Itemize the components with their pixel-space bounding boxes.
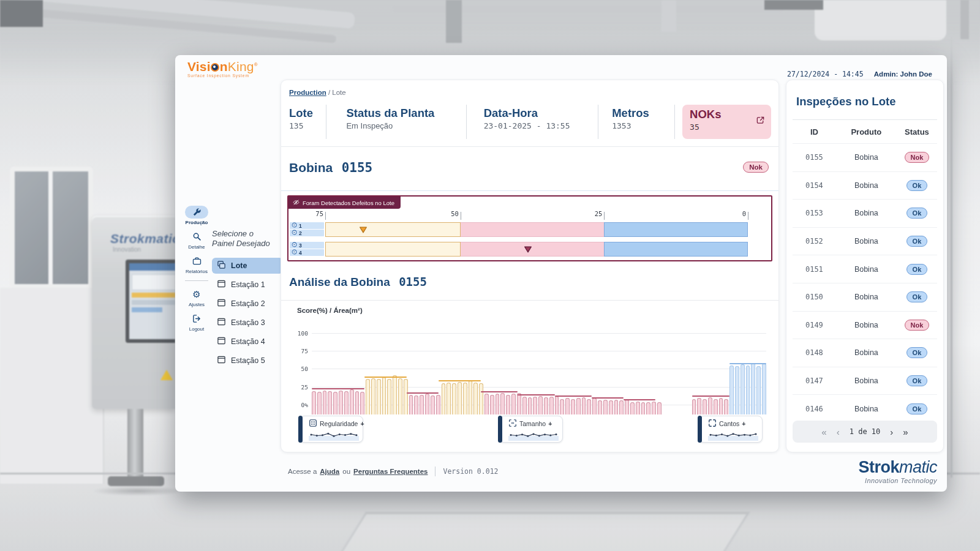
cell-produto: Bobina [836,153,897,162]
metric-button-tamanho[interactable]: Tamanho+ [499,416,563,443]
defect-segment-blue [604,242,748,257]
panel-menu-item-esta-o-2[interactable]: Estação 2 [212,296,283,312]
faq-link[interactable]: Perguntas Frequentes [353,468,428,475]
panel-menu-item-esta-o-3[interactable]: Estação 3 [212,315,283,331]
defect-band [325,222,748,237]
table-row[interactable]: 0149BobinaNok [793,311,937,339]
defects-alert-chip: Foram Detectados Defeitos no Lote [288,197,401,209]
table-row[interactable]: 0146BobinaOk [793,394,937,422]
defect-segment-yellow [325,222,461,237]
chart-bar [692,399,696,414]
breadcrumb-production-link[interactable]: Production [289,89,326,96]
panel-menu-item-label: Estação 3 [231,318,265,327]
table-row[interactable]: 0155BobinaNok [793,143,937,171]
panel-menu-title: Selecione o Painel Desejado [212,229,283,249]
table-row[interactable]: 0147BobinaOk [793,367,937,395]
chart-bar [636,402,640,414]
help-link[interactable]: Ajuda [320,468,339,475]
stat-noks[interactable]: NOKs35 [682,105,771,139]
nav-rail-item-detalhe[interactable]: Detalhe [183,230,211,250]
cell-produto: Bobina [836,405,897,413]
defect-row-label-4: 4 [290,249,324,256]
chart-bar [714,399,718,414]
chart-bar [533,397,537,414]
cell-status: Ok [897,347,937,358]
chart-group-cap [439,380,481,381]
metric-button-regularidade[interactable]: Regularidade+ [300,416,363,443]
defect-segment-pink [461,222,605,237]
table-row[interactable]: 0151BobinaOk [793,255,937,283]
first-page-button[interactable]: « [821,427,826,437]
chart-group-cap [692,395,729,397]
cell-produto: Bobina [836,265,897,274]
stat-metros: Metros1353 [598,105,675,139]
wrench-icon [185,206,208,219]
target-icon [292,249,297,256]
eye-icon [211,63,219,72]
chart-bar [404,379,408,414]
nav-rail-item-ajustes[interactable]: ⚙Ajustes [183,288,211,307]
panel-menu-item-esta-o-4[interactable]: Estação 4 [212,334,283,350]
chart-bar [473,383,478,414]
status-badge: Ok [907,375,928,386]
breadcrumb-current: Lote [332,89,345,96]
chart-bar [746,365,750,414]
status-badge: Ok [907,403,928,414]
defect-map: Foram Detectados Defeitos no Lote 755025… [287,195,772,261]
cell-id: 0152 [793,237,836,246]
divider [281,300,778,301]
chart-bar [719,398,723,414]
table-row[interactable]: 0153BobinaOk [793,199,937,227]
windows-icon [217,260,226,271]
stat-value: Em Inspeção [346,121,466,130]
chart-bar [582,397,586,414]
status-badge: Nok [905,320,930,331]
brand-tagline: Innovation Technology [858,478,937,484]
nav-rail-item-logout[interactable]: Logout [183,312,211,332]
defect-axis-label: 75 [315,210,325,217]
table-row[interactable]: 0150BobinaOk [793,283,937,311]
defect-marker-orange[interactable] [360,225,368,236]
bobina-number: 0155 [342,160,373,175]
chart-bar [619,400,624,414]
cell-id: 0153 [793,209,836,217]
chart-bar [328,391,332,414]
nav-rail-divider [185,280,208,281]
chart-bar [603,400,608,414]
logout-icon [185,312,208,325]
chart-group-cap [407,392,439,394]
next-page-button[interactable]: › [890,427,893,437]
chart-bar [724,399,728,414]
nav-rail-item-produ-o[interactable]: Produção [183,206,211,225]
panel-menu-item-lote[interactable]: Lote [212,258,283,274]
metric-button-cantos[interactable]: Cantos+ [699,416,763,443]
chart-bar [560,399,564,414]
previous-page-button[interactable]: ‹ [837,427,840,437]
external-link-icon[interactable] [756,116,765,127]
metric-buttons-row: Regularidade+Tamanho+Cantos+ [300,416,763,444]
nav-rail-item-relat-rios[interactable]: Relatórios [183,255,211,274]
table-row[interactable]: 0154BobinaOk [793,171,937,200]
defect-marker-maroon[interactable] [524,244,532,255]
table-row[interactable]: 0152BobinaOk [793,227,937,255]
last-page-button[interactable]: » [903,427,908,437]
table-row[interactable]: 0148BobinaOk [793,339,937,367]
defect-segment-blue [604,222,748,237]
status-badge: Ok [907,236,928,247]
defect-axis-label: 25 [595,210,605,217]
main-panel: Production / Lote Lote135Status da Plant… [281,80,779,452]
cell-id: 0148 [793,348,836,357]
chart-group-cap [312,388,364,389]
panel-menu-item-esta-o-1[interactable]: Estação 1 [212,277,283,293]
defect-axis-tick [604,212,605,220]
chart-bar [609,400,613,414]
chart-bar [735,366,739,414]
defect-axis-tick [748,212,748,220]
chart-bar [641,402,646,414]
expand-icon [508,419,517,429]
panel-menu-item-esta-o-5[interactable]: Estação 5 [212,353,283,369]
defect-axis-tick [325,212,326,220]
chart-bar [420,395,424,414]
chart-bar [414,395,418,414]
chart-bar [339,391,343,414]
